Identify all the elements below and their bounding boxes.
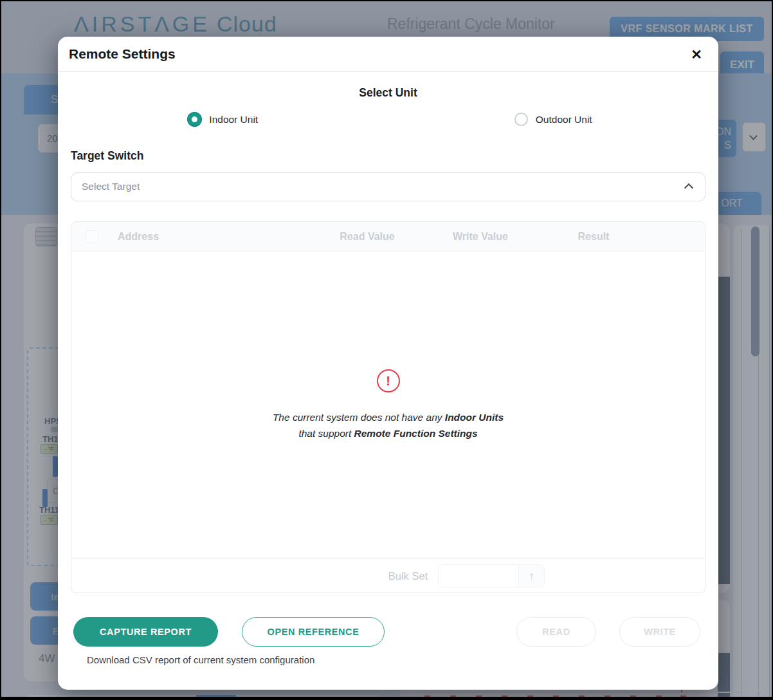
chevron-up-icon <box>684 183 693 192</box>
empty-line1-text: The current system does not have any <box>273 412 445 423</box>
indoor-unit-radio[interactable] <box>188 113 201 126</box>
target-switch-heading: Target Switch <box>71 149 718 163</box>
unit-type-radio-group: Indoor Unit Outdoor Unit <box>58 113 718 126</box>
switch-table: Address Read Value Write Value Result ! … <box>71 221 705 593</box>
empty-state-line1: The current system does not have any Ind… <box>273 409 504 425</box>
empty-line1-bold: Indoor Units <box>445 412 504 423</box>
dialog-action-row: CAPTURE REPORT OPEN REFERENCE READ WRITE <box>73 617 700 647</box>
bulk-set-label: Bulk Set <box>388 570 428 582</box>
bulk-set-apply-icon: ↑ <box>518 565 544 587</box>
empty-line2-text: that support <box>298 428 354 439</box>
select-all-checkbox <box>86 230 98 243</box>
table-footer-row: Bulk Set ↑ <box>71 558 705 593</box>
app-window: ΛIRSTΛGECloud Refrigerant Cycle Monitor … <box>0 0 773 700</box>
empty-line2-bold: Remote Function Settings <box>354 428 478 439</box>
column-header-read-value: Read Value <box>311 231 424 243</box>
bulk-set-input <box>439 565 518 587</box>
target-select-dropdown[interactable]: Select Target <box>71 172 705 201</box>
alert-icon: ! <box>377 369 400 392</box>
column-header-write-value: Write Value <box>424 231 537 243</box>
select-unit-heading: Select Unit <box>58 86 718 100</box>
capture-report-button[interactable]: CAPTURE REPORT <box>73 617 218 647</box>
bulk-set-group: Bulk Set ↑ <box>388 564 545 587</box>
target-select-placeholder: Select Target <box>82 181 140 192</box>
indoor-unit-option[interactable]: Indoor Unit <box>58 113 388 126</box>
table-header-row: Address Read Value Write Value Result <box>71 222 705 252</box>
dialog-header: Remote Settings ✕ <box>58 37 718 72</box>
outdoor-unit-label: Outdoor Unit <box>536 114 592 125</box>
close-icon[interactable]: ✕ <box>686 44 707 65</box>
dialog-title: Remote Settings <box>69 46 176 62</box>
column-header-result: Result <box>537 231 650 243</box>
outdoor-unit-option[interactable]: Outdoor Unit <box>388 113 719 126</box>
bulk-set-field: ↑ <box>438 564 545 587</box>
capture-report-caption: Download CSV report of current system co… <box>87 654 718 665</box>
column-header-address: Address <box>98 231 311 243</box>
empty-state-message: The current system does not have any Ind… <box>273 409 504 441</box>
outdoor-unit-radio[interactable] <box>514 113 528 126</box>
remote-settings-dialog: Remote Settings ✕ Select Unit Indoor Uni… <box>58 37 718 690</box>
empty-state-line2: that support Remote Function Settings <box>273 425 504 441</box>
open-reference-button[interactable]: OPEN REFERENCE <box>242 617 385 647</box>
read-button: READ <box>516 617 596 647</box>
table-empty-state: ! The current system does not have any I… <box>71 252 705 558</box>
indoor-unit-label: Indoor Unit <box>209 114 258 125</box>
write-button: WRITE <box>619 617 700 647</box>
